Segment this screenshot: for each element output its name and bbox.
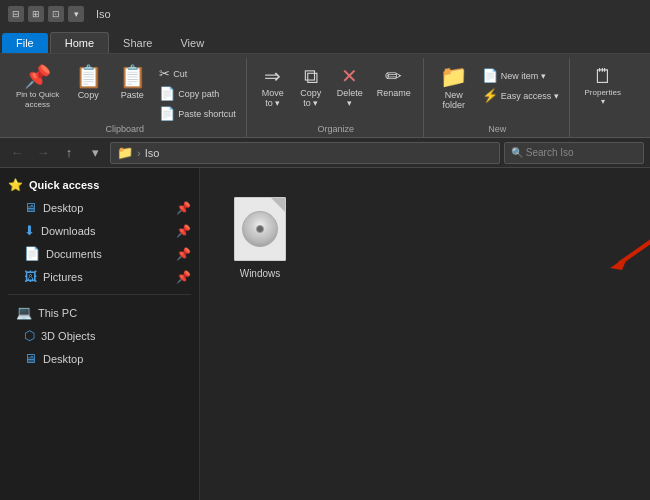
move-to-button[interactable]: ⇒ Moveto ▾ <box>255 62 291 112</box>
easy-access-label: Easy access ▾ <box>501 91 559 101</box>
pin-quick-access-button[interactable]: 📌 Pin to Quickaccess <box>10 62 65 113</box>
window-icon-1[interactable]: ⊟ <box>8 6 24 22</box>
quick-access-icon: ⭐ <box>8 178 23 192</box>
svg-marker-1 <box>610 256 628 270</box>
easy-access-button[interactable]: ⚡ Easy access ▾ <box>478 86 563 105</box>
properties-icon: 🗒 <box>593 66 613 86</box>
nav-forward-button[interactable]: → <box>32 142 54 164</box>
pin-icon: 📌 <box>24 66 51 88</box>
paste-shortcut-icon: 📄 <box>159 106 175 121</box>
new-buttons: 📁 Newfolder 📄 New item ▾ ⚡ Easy access ▾ <box>432 58 563 124</box>
pin-label: Pin to Quickaccess <box>16 90 59 109</box>
tab-share[interactable]: Share <box>109 33 166 53</box>
sidebar-item-desktop[interactable]: 🖥 Desktop 📌 <box>0 196 199 219</box>
desktop-icon: 🖥 <box>24 200 37 215</box>
nav-history-button[interactable]: ▾ <box>84 142 106 164</box>
paste-button[interactable]: 📋 Paste <box>111 62 153 104</box>
sidebar-item-3d-objects[interactable]: ⬡ 3D Objects <box>0 324 199 347</box>
file-page-fold <box>271 198 285 212</box>
copy-to-label: Copyto ▾ <box>300 88 321 108</box>
search-button[interactable]: 🔍 Search Iso <box>504 142 644 164</box>
pictures-label: Pictures <box>43 271 83 283</box>
3d-objects-icon: ⬡ <box>24 328 35 343</box>
tab-view[interactable]: View <box>166 33 218 53</box>
window-icon-2[interactable]: ⊞ <box>28 6 44 22</box>
copy-path-icon: 📄 <box>159 86 175 101</box>
title-bar-icons: ⊟ ⊞ ⊡ ▾ <box>8 6 84 22</box>
content-area: Windows <box>200 168 650 500</box>
rename-button[interactable]: ✏ Rename <box>371 62 417 102</box>
cut-button[interactable]: ✂ Cut <box>155 64 240 83</box>
disc-hole <box>256 225 264 233</box>
copy-path-button[interactable]: 📄 Copy path <box>155 84 240 103</box>
window-icon-3[interactable]: ⊡ <box>48 6 64 22</box>
desktop-label: Desktop <box>43 202 83 214</box>
new-item-button[interactable]: 📄 New item ▾ <box>478 66 563 85</box>
clipboard-buttons: 📌 Pin to Quickaccess 📋 Copy 📋 Paste ✂ Cu… <box>10 58 240 124</box>
sidebar-item-desktop2[interactable]: 🖥 Desktop <box>0 347 199 370</box>
documents-pin-icon: 📌 <box>176 247 191 261</box>
this-pc-icon: 💻 <box>16 305 32 320</box>
copy-button[interactable]: 📋 Copy <box>67 62 109 104</box>
properties-buttons: 🗒 Properties▾ <box>578 58 628 134</box>
sidebar-item-quick-access[interactable]: ⭐ Quick access <box>0 174 199 196</box>
sidebar-item-downloads[interactable]: ⬇ Downloads 📌 <box>0 219 199 242</box>
organize-group: ⇒ Moveto ▾ ⧉ Copyto ▾ ✕ Delete▾ ✏ Rename… <box>249 58 424 137</box>
paste-label: Paste <box>121 90 144 100</box>
delete-label: Delete▾ <box>337 88 363 108</box>
sidebar-item-pictures[interactable]: 🖼 Pictures 📌 <box>0 265 199 288</box>
copy-label: Copy <box>78 90 99 100</box>
file-label-windows: Windows <box>240 268 281 279</box>
easy-access-icon: ⚡ <box>482 88 498 103</box>
tab-file[interactable]: File <box>2 33 48 53</box>
pictures-pin-icon: 📌 <box>176 270 191 284</box>
new-label: New <box>432 124 563 137</box>
organize-label: Organize <box>255 124 417 137</box>
downloads-icon: ⬇ <box>24 223 35 238</box>
documents-label: Documents <box>46 248 102 260</box>
rename-icon: ✏ <box>385 66 402 86</box>
copy-to-button[interactable]: ⧉ Copyto ▾ <box>293 62 329 112</box>
move-to-label: Moveto ▾ <box>262 88 284 108</box>
main-area: ⭐ Quick access 🖥 Desktop 📌 ⬇ Downloads 📌… <box>0 168 650 500</box>
paste-icon: 📋 <box>119 66 146 88</box>
new-item-label: New item ▾ <box>501 71 546 81</box>
arrow-indicator <box>600 218 650 280</box>
desktop2-label: Desktop <box>43 353 83 365</box>
file-item-windows[interactable]: Windows <box>220 188 300 285</box>
new-group: 📁 Newfolder 📄 New item ▾ ⚡ Easy access ▾… <box>426 58 570 137</box>
sidebar: ⭐ Quick access 🖥 Desktop 📌 ⬇ Downloads 📌… <box>0 168 200 500</box>
downloads-pin-icon: 📌 <box>176 224 191 238</box>
nav-back-button[interactable]: ← <box>6 142 28 164</box>
title-bar-text: Iso <box>96 8 111 20</box>
documents-icon: 📄 <box>24 246 40 261</box>
new-item-icon: 📄 <box>482 68 498 83</box>
new-folder-label: Newfolder <box>442 90 465 110</box>
copy-path-label: Copy path <box>178 89 219 99</box>
desktop-pin-icon: 📌 <box>176 201 191 215</box>
3d-objects-label: 3D Objects <box>41 330 95 342</box>
nav-up-button[interactable]: ↑ <box>58 142 80 164</box>
quick-access-icon[interactable]: ▾ <box>68 6 84 22</box>
new-folder-button[interactable]: 📁 Newfolder <box>432 62 476 114</box>
file-icon-wrapper <box>230 194 290 264</box>
address-bar: ← → ↑ ▾ 📁 › Iso 🔍 Search Iso <box>0 138 650 168</box>
sidebar-divider-1 <box>8 294 191 295</box>
clipboard-group: 📌 Pin to Quickaccess 📋 Copy 📋 Paste ✂ Cu… <box>4 58 247 137</box>
paste-shortcut-button[interactable]: 📄 Paste shortcut <box>155 104 240 123</box>
properties-button[interactable]: 🗒 Properties▾ <box>578 62 628 110</box>
desktop2-icon: 🖥 <box>24 351 37 366</box>
sidebar-item-documents[interactable]: 📄 Documents 📌 <box>0 242 199 265</box>
address-path[interactable]: 📁 › Iso <box>110 142 500 164</box>
delete-button[interactable]: ✕ Delete▾ <box>331 62 369 112</box>
tab-home[interactable]: Home <box>50 32 109 53</box>
sidebar-item-this-pc[interactable]: 💻 This PC <box>0 301 199 324</box>
copy-icon: 📋 <box>75 66 102 88</box>
properties-group: 🗒 Properties▾ <box>572 58 634 137</box>
organize-buttons: ⇒ Moveto ▾ ⧉ Copyto ▾ ✕ Delete▾ ✏ Rename <box>255 58 417 124</box>
move-to-icon: ⇒ <box>264 66 281 86</box>
new-folder-icon: 📁 <box>440 66 467 88</box>
copy-to-icon: ⧉ <box>304 66 318 86</box>
clipboard-label: Clipboard <box>10 124 240 137</box>
cut-label: Cut <box>173 69 187 79</box>
